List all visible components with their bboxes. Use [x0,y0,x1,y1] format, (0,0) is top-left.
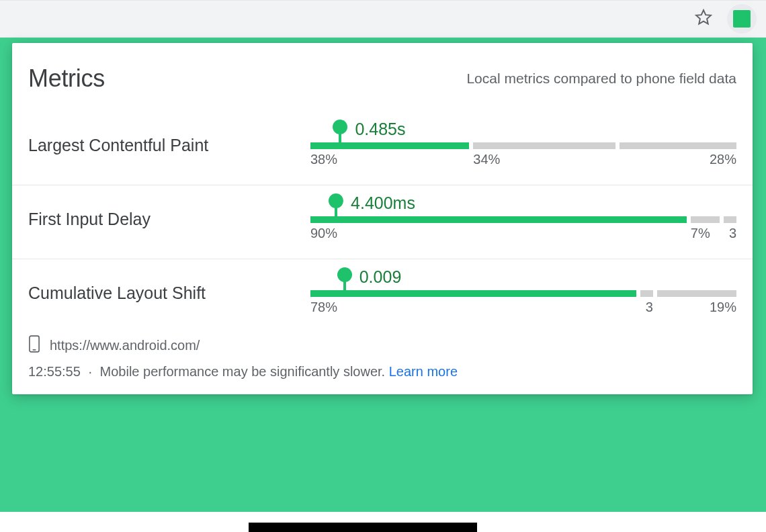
segment-percent-label: 90% [310,226,337,241]
metric-label: First Input Delay [28,210,310,229]
local-marker-icon [339,121,341,149]
bookmark-star-icon[interactable] [693,7,714,30]
metric-bar: 0.00978%319% [310,290,736,297]
segment-percent-label: 28% [710,152,736,167]
panel-title: Metrics [28,64,105,93]
distribution-bar: 38%34%28% [310,142,736,149]
bar-segment: 3 [724,216,736,223]
phone-icon [28,335,40,356]
segment-percent-label: 7% [691,226,710,241]
bar-segment: 78% [310,290,636,297]
bar-segment: 7% [691,216,720,223]
footer-timestamp: 12:55:55 [28,364,81,379]
bar-segment: 19% [657,290,736,297]
metric-value: 4.400ms [351,193,415,213]
metric-value: 0.009 [359,267,402,287]
footer-url: https://www.android.com/ [50,338,200,353]
footer-note: Mobile performance may be significantly … [100,364,386,379]
extension-badge[interactable] [727,4,757,34]
segment-percent-label: 38% [310,152,337,167]
metric-bar: 4.400ms90%7%3 [310,216,736,223]
segment-percent-label: 3 [729,226,736,241]
bar-segment: 34% [473,142,615,149]
learn-more-link[interactable]: Learn more [389,364,458,379]
metric-row: Cumulative Layout Shift0.00978%319% [12,259,753,323]
bar-segment: 38% [310,142,469,149]
metric-bar: 0.485s38%34%28% [310,142,736,149]
bar-segment: 90% [310,216,687,223]
panel-subtitle: Local metrics compared to phone field da… [466,71,736,87]
distribution-bar: 90%7%3 [310,216,736,223]
bar-segment: 3 [640,290,653,297]
local-marker-icon [335,195,337,223]
local-marker-icon [343,269,346,297]
metrics-panel: Metrics Local metrics compared to phone … [12,43,753,394]
segment-percent-label: 34% [473,152,500,167]
metric-row: First Input Delay4.400ms90%7%3 [12,185,753,259]
metric-row: Largest Contentful Paint0.485s38%34%28% [12,112,753,185]
footer-separator: · [88,364,92,379]
bar-segment: 28% [620,142,736,149]
segment-percent-label: 3 [646,300,653,315]
segment-percent-label: 19% [710,300,736,315]
segment-percent-label: 78% [310,300,337,315]
metric-value: 0.485s [355,120,405,139]
extension-status-icon [733,10,751,28]
panel-footer: https://www.android.com/ 12:55:55 · Mobi… [12,323,753,384]
distribution-bar: 78%319% [310,290,736,297]
metric-label: Cumulative Layout Shift [28,283,310,303]
metric-label: Largest Contentful Paint [28,136,310,155]
browser-toolbar [0,0,766,38]
